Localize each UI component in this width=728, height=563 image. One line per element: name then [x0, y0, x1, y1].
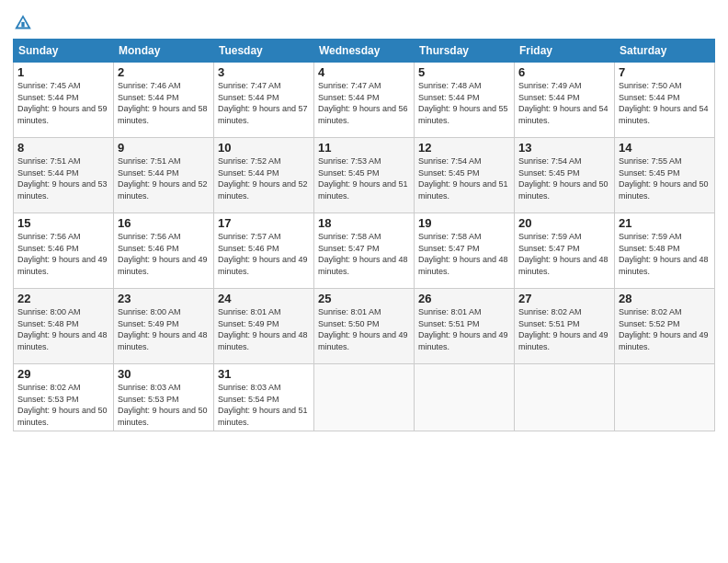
cell-details: Sunrise: 8:02 AMSunset: 5:51 PMDaylight:…: [518, 306, 610, 352]
calendar-cell: 3Sunrise: 7:47 AMSunset: 5:44 PMDaylight…: [214, 63, 314, 138]
calendar-header-row: SundayMondayTuesdayWednesdayThursdayFrid…: [14, 40, 715, 63]
cell-details: Sunrise: 7:59 AMSunset: 5:48 PMDaylight:…: [619, 231, 711, 277]
day-number: 21: [619, 216, 711, 230]
svg-rect-2: [21, 22, 24, 28]
day-number: 13: [518, 141, 610, 155]
calendar-cell: 17Sunrise: 7:57 AMSunset: 5:46 PMDayligh…: [214, 213, 314, 289]
cell-details: Sunrise: 7:54 AMSunset: 5:45 PMDaylight:…: [518, 155, 610, 201]
day-number: 9: [118, 141, 210, 155]
cell-details: Sunrise: 8:03 AMSunset: 5:53 PMDaylight:…: [118, 382, 210, 428]
day-number: 23: [118, 292, 210, 305]
cell-details: Sunrise: 7:59 AMSunset: 5:47 PMDaylight:…: [518, 231, 610, 277]
day-number: 28: [619, 292, 711, 305]
calendar-cell: 13Sunrise: 7:54 AMSunset: 5:45 PMDayligh…: [515, 138, 615, 213]
calendar-cell: 11Sunrise: 7:53 AMSunset: 5:45 PMDayligh…: [314, 138, 415, 213]
calendar-table: SundayMondayTuesdayWednesdayThursdayFrid…: [13, 39, 715, 431]
cell-details: Sunrise: 7:58 AMSunset: 5:47 PMDaylight:…: [418, 231, 510, 277]
day-number: 6: [518, 65, 610, 79]
cell-details: Sunrise: 7:45 AMSunset: 5:44 PMDaylight:…: [17, 80, 109, 126]
day-number: 30: [118, 367, 210, 381]
calendar-cell: 16Sunrise: 7:56 AMSunset: 5:46 PMDayligh…: [114, 213, 214, 289]
calendar-cell: 29Sunrise: 8:02 AMSunset: 5:53 PMDayligh…: [14, 364, 114, 431]
weekday-header: Saturday: [615, 40, 715, 63]
cell-details: Sunrise: 7:46 AMSunset: 5:44 PMDaylight:…: [118, 80, 210, 126]
calendar-cell: 31Sunrise: 8:03 AMSunset: 5:54 PMDayligh…: [214, 364, 314, 431]
weekday-header: Monday: [114, 40, 214, 63]
calendar-cell: [615, 364, 715, 431]
calendar-cell: 20Sunrise: 7:59 AMSunset: 5:47 PMDayligh…: [515, 213, 615, 289]
weekday-header: Thursday: [415, 40, 515, 63]
day-number: 3: [218, 65, 310, 79]
cell-details: Sunrise: 7:53 AMSunset: 5:45 PMDaylight:…: [318, 155, 410, 201]
calendar-cell: 6Sunrise: 7:49 AMSunset: 5:44 PMDaylight…: [515, 63, 615, 138]
day-number: 1: [17, 65, 109, 79]
calendar-week-row: 1Sunrise: 7:45 AMSunset: 5:44 PMDaylight…: [14, 63, 715, 138]
cell-details: Sunrise: 7:54 AMSunset: 5:45 PMDaylight:…: [418, 155, 510, 201]
calendar-cell: 9Sunrise: 7:51 AMSunset: 5:44 PMDaylight…: [114, 138, 214, 213]
cell-details: Sunrise: 8:02 AMSunset: 5:53 PMDaylight:…: [17, 382, 109, 428]
logo-icon: [13, 13, 33, 33]
calendar-cell: 23Sunrise: 8:00 AMSunset: 5:49 PMDayligh…: [114, 289, 214, 364]
cell-details: Sunrise: 8:01 AMSunset: 5:51 PMDaylight:…: [418, 306, 510, 352]
cell-details: Sunrise: 7:50 AMSunset: 5:44 PMDaylight:…: [619, 80, 711, 126]
day-number: 16: [118, 216, 210, 230]
calendar-cell: 8Sunrise: 7:51 AMSunset: 5:44 PMDaylight…: [14, 138, 114, 213]
day-number: 14: [619, 141, 711, 155]
calendar-cell: 27Sunrise: 8:02 AMSunset: 5:51 PMDayligh…: [515, 289, 615, 364]
weekday-header: Tuesday: [214, 40, 314, 63]
calendar-cell: 15Sunrise: 7:56 AMSunset: 5:46 PMDayligh…: [14, 213, 114, 289]
cell-details: Sunrise: 7:49 AMSunset: 5:44 PMDaylight:…: [518, 80, 610, 126]
calendar-cell: 12Sunrise: 7:54 AMSunset: 5:45 PMDayligh…: [415, 138, 515, 213]
calendar-cell: 25Sunrise: 8:01 AMSunset: 5:50 PMDayligh…: [314, 289, 415, 364]
logo: [13, 13, 35, 33]
header: [13, 9, 715, 33]
weekday-header: Sunday: [14, 40, 114, 63]
cell-details: Sunrise: 8:03 AMSunset: 5:54 PMDaylight:…: [218, 382, 310, 428]
cell-details: Sunrise: 7:57 AMSunset: 5:46 PMDaylight:…: [218, 231, 310, 277]
day-number: 11: [318, 141, 410, 155]
calendar-cell: 2Sunrise: 7:46 AMSunset: 5:44 PMDaylight…: [114, 63, 214, 138]
day-number: 10: [218, 141, 310, 155]
cell-details: Sunrise: 7:48 AMSunset: 5:44 PMDaylight:…: [418, 80, 510, 126]
day-number: 12: [418, 141, 510, 155]
cell-details: Sunrise: 7:51 AMSunset: 5:44 PMDaylight:…: [17, 155, 109, 201]
day-number: 24: [218, 292, 310, 305]
calendar-week-row: 22Sunrise: 8:00 AMSunset: 5:48 PMDayligh…: [14, 289, 715, 364]
cell-details: Sunrise: 7:55 AMSunset: 5:45 PMDaylight:…: [619, 155, 711, 201]
calendar-cell: 21Sunrise: 7:59 AMSunset: 5:48 PMDayligh…: [615, 213, 715, 289]
day-number: 4: [318, 65, 410, 79]
cell-details: Sunrise: 7:56 AMSunset: 5:46 PMDaylight:…: [17, 231, 109, 277]
cell-details: Sunrise: 8:02 AMSunset: 5:52 PMDaylight:…: [619, 306, 711, 352]
cell-details: Sunrise: 7:58 AMSunset: 5:47 PMDaylight:…: [318, 231, 410, 277]
calendar-cell: 14Sunrise: 7:55 AMSunset: 5:45 PMDayligh…: [615, 138, 715, 213]
calendar-cell: 7Sunrise: 7:50 AMSunset: 5:44 PMDaylight…: [615, 63, 715, 138]
day-number: 27: [518, 292, 610, 305]
day-number: 26: [418, 292, 510, 305]
calendar-cell: 1Sunrise: 7:45 AMSunset: 5:44 PMDaylight…: [14, 63, 114, 138]
cell-details: Sunrise: 8:01 AMSunset: 5:49 PMDaylight:…: [218, 306, 310, 352]
day-number: 25: [318, 292, 410, 305]
cell-details: Sunrise: 7:47 AMSunset: 5:44 PMDaylight:…: [218, 80, 310, 126]
calendar-cell: 18Sunrise: 7:58 AMSunset: 5:47 PMDayligh…: [314, 213, 415, 289]
calendar-cell: [515, 364, 615, 431]
cell-details: Sunrise: 8:00 AMSunset: 5:48 PMDaylight:…: [17, 306, 109, 352]
calendar-cell: 26Sunrise: 8:01 AMSunset: 5:51 PMDayligh…: [415, 289, 515, 364]
day-number: 15: [17, 216, 109, 230]
calendar-cell: 24Sunrise: 8:01 AMSunset: 5:49 PMDayligh…: [214, 289, 314, 364]
day-number: 7: [619, 65, 711, 79]
calendar-cell: 4Sunrise: 7:47 AMSunset: 5:44 PMDaylight…: [314, 63, 415, 138]
day-number: 19: [418, 216, 510, 230]
weekday-header: Friday: [515, 40, 615, 63]
cell-details: Sunrise: 7:56 AMSunset: 5:46 PMDaylight:…: [118, 231, 210, 277]
day-number: 17: [218, 216, 310, 230]
day-number: 31: [218, 367, 310, 381]
cell-details: Sunrise: 7:51 AMSunset: 5:44 PMDaylight:…: [118, 155, 210, 201]
cell-details: Sunrise: 8:00 AMSunset: 5:49 PMDaylight:…: [118, 306, 210, 352]
calendar-cell: 28Sunrise: 8:02 AMSunset: 5:52 PMDayligh…: [615, 289, 715, 364]
calendar-cell: 30Sunrise: 8:03 AMSunset: 5:53 PMDayligh…: [114, 364, 214, 431]
day-number: 8: [17, 141, 109, 155]
calendar-cell: 5Sunrise: 7:48 AMSunset: 5:44 PMDaylight…: [415, 63, 515, 138]
calendar-week-row: 29Sunrise: 8:02 AMSunset: 5:53 PMDayligh…: [14, 364, 715, 431]
cell-details: Sunrise: 7:52 AMSunset: 5:44 PMDaylight:…: [218, 155, 310, 201]
day-number: 20: [518, 216, 610, 230]
